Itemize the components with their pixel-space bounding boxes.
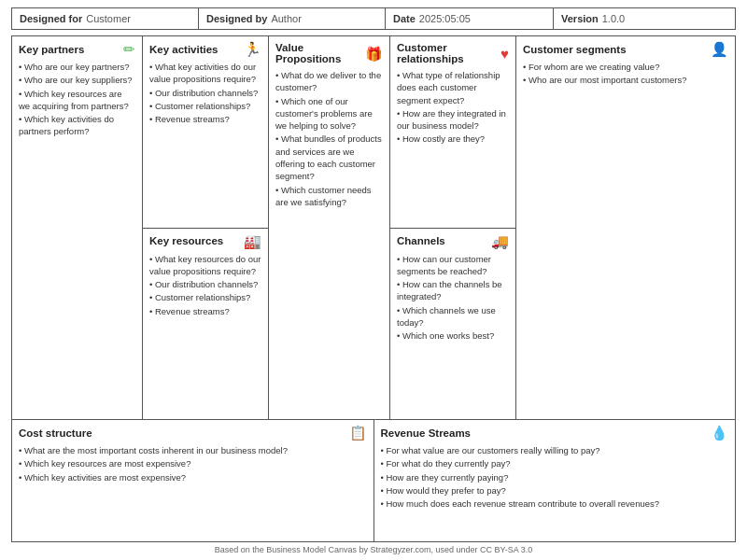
list-item: Revenue streams? <box>149 113 261 125</box>
canvas-bottom: Cost structure 📋 What are the most impor… <box>12 420 735 541</box>
key-partners-title: Key partners <box>19 44 84 55</box>
designed-by-cell: Designed by Author <box>199 8 386 29</box>
list-item: How can our customer segments be reached… <box>397 253 509 278</box>
footer: Based on the Business Model Canvas by St… <box>11 542 736 556</box>
cost-structure-list: What are the most important costs inhere… <box>19 444 367 484</box>
channels-title: Channels <box>397 235 445 246</box>
list-item: Which key activities are most expensive? <box>19 471 367 483</box>
middle-column: Key activities 🏃 What key activities do … <box>143 36 269 419</box>
designed-for-label: Designed for <box>20 13 82 24</box>
key-resources-cell: Key resources 🏭 What key resources do ou… <box>143 229 268 420</box>
list-item: Which one works best? <box>397 329 509 342</box>
key-activities-cell: Key activities 🏃 What key activities do … <box>143 36 268 229</box>
channels-header: Channels 🚚 <box>397 234 509 248</box>
customer-relationships-list: What type of relationship does each cust… <box>397 69 509 147</box>
key-resources-header: Key resources 🏭 <box>149 234 261 248</box>
key-partners-icon: ✏ <box>123 42 135 56</box>
key-resources-title: Key resources <box>149 235 223 246</box>
customer-segments-title: Customer segments <box>523 44 627 55</box>
customer-relationships-cell: Customer relationships ♥ What type of re… <box>390 36 515 229</box>
date-value: 2025:05:05 <box>419 13 471 24</box>
list-item: What key activities do our value proposi… <box>149 61 261 86</box>
designed-for-cell: Designed for Customer <box>12 8 199 29</box>
key-activities-inner: Key activities 🏃 What key activities do … <box>143 36 268 228</box>
key-activities-icon: 🏃 <box>244 42 261 56</box>
list-item: Who are our most important customers? <box>523 74 728 86</box>
list-item: Who are our key partners? <box>19 61 135 73</box>
business-model-canvas: Key partners ✏ Who are our key partners?… <box>11 35 736 542</box>
channels-icon: 🚚 <box>491 234 509 248</box>
version-label: Version <box>561 13 599 24</box>
list-item: Which one of our customer's problems are… <box>275 95 383 133</box>
list-item: What bundles of products and services ar… <box>275 133 383 182</box>
designed-for-value: Customer <box>86 13 131 24</box>
cost-structure-cell: Cost structure 📋 What are the most impor… <box>12 420 374 541</box>
cost-structure-header: Cost structure 📋 <box>19 426 367 440</box>
customer-segments-list: For whom are we creating value? Who are … <box>523 61 728 88</box>
value-propositions-header: Value Propositions 🎁 <box>275 42 383 64</box>
customer-segments-header: Customer segments 👤 <box>523 42 728 56</box>
channels-cell: Channels 🚚 How can our customer segments… <box>390 229 515 420</box>
list-item: How are they integrated in our business … <box>397 107 509 133</box>
key-resources-list: What key resources do our value proposit… <box>149 253 261 318</box>
list-item: Which key resources are we acquiring fro… <box>19 88 135 113</box>
list-item: How would they prefer to pay? <box>381 484 729 497</box>
key-resources-icon: 🏭 <box>244 234 261 248</box>
customer-rel-column: Customer relationships ♥ What type of re… <box>390 36 516 419</box>
revenue-streams-icon: 💧 <box>711 426 728 440</box>
key-partners-list: Who are our key partners? Who are our ke… <box>19 61 135 139</box>
list-item: Our distribution channels? <box>149 278 261 290</box>
key-activities-list: What key activities do our value proposi… <box>149 61 261 126</box>
channels-inner: Channels 🚚 How can our customer segments… <box>390 229 515 420</box>
cost-structure-title: Cost structure <box>19 427 92 439</box>
version-value: 1.0.0 <box>602 13 625 24</box>
list-item: What do we deliver to the customer? <box>275 69 383 94</box>
value-propositions-column: Value Propositions 🎁 What do we deliver … <box>269 36 390 419</box>
version-cell: Version 1.0.0 <box>554 8 735 29</box>
key-activities-title: Key activities <box>149 44 218 55</box>
customer-segments-column: Customer segments 👤 For whom are we crea… <box>516 36 735 419</box>
key-partners-cell: Key partners ✏ Who are our key partners?… <box>12 36 142 419</box>
revenue-streams-list: For what value are our customers really … <box>381 444 729 511</box>
date-label: Date <box>393 13 416 24</box>
customer-relationships-inner: Customer relationships ♥ What type of re… <box>390 36 515 228</box>
list-item: What key resources do our value proposit… <box>149 253 261 278</box>
key-partners-header: Key partners ✏ <box>19 42 135 56</box>
value-propositions-icon: 🎁 <box>365 47 383 61</box>
list-item: Our distribution channels? <box>149 87 261 99</box>
cost-structure-icon: 📋 <box>349 426 367 440</box>
header-row: Designed for Customer Designed by Author… <box>11 7 736 30</box>
value-propositions-list: What do we deliver to the customer? Whic… <box>275 69 383 209</box>
key-activities-header: Key activities 🏃 <box>149 42 261 56</box>
list-item: Customer relationships? <box>149 291 261 303</box>
list-item: Which channels we use today? <box>397 304 509 329</box>
channels-list: How can our customer segments be reached… <box>397 253 509 343</box>
value-propositions-title: Value Propositions <box>275 42 365 64</box>
list-item: What type of relationship does each cust… <box>397 69 509 106</box>
designed-by-value: Author <box>271 13 301 24</box>
value-propositions-cell: Value Propositions 🎁 What do we deliver … <box>269 36 389 419</box>
list-item: How are they currently paying? <box>381 471 729 483</box>
list-item: Which customer needs are we satisfying? <box>275 184 383 209</box>
revenue-streams-header: Revenue Streams 💧 <box>381 426 729 440</box>
customer-relationships-header: Customer relationships ♥ <box>397 42 509 64</box>
designed-by-label: Designed by <box>206 13 267 24</box>
date-cell: Date 2025:05:05 <box>386 8 554 29</box>
list-item: For what do they currently pay? <box>381 457 729 469</box>
list-item: How costly are they? <box>397 133 509 145</box>
revenue-streams-cell: Revenue Streams 💧 For what value are our… <box>374 420 736 541</box>
page: Designed for Customer Designed by Author… <box>0 0 747 560</box>
list-item: Who are our key suppliers? <box>19 74 135 86</box>
footer-text: Based on the Business Model Canvas by St… <box>215 545 532 554</box>
list-item: For what value are our customers really … <box>381 444 729 456</box>
customer-segments-cell: Customer segments 👤 For whom are we crea… <box>516 36 735 419</box>
key-partners-column: Key partners ✏ Who are our key partners?… <box>12 36 143 419</box>
revenue-streams-title: Revenue Streams <box>381 427 472 439</box>
customer-segments-icon: 👤 <box>711 42 728 56</box>
list-item: Which key resources are most expensive? <box>19 457 367 469</box>
canvas-top: Key partners ✏ Who are our key partners?… <box>12 36 735 420</box>
list-item: How can the channels be integrated? <box>397 278 509 303</box>
list-item: Customer relationships? <box>149 100 261 112</box>
list-item: Revenue streams? <box>149 305 261 317</box>
key-resources-inner: Key resources 🏭 What key resources do ou… <box>143 229 268 420</box>
